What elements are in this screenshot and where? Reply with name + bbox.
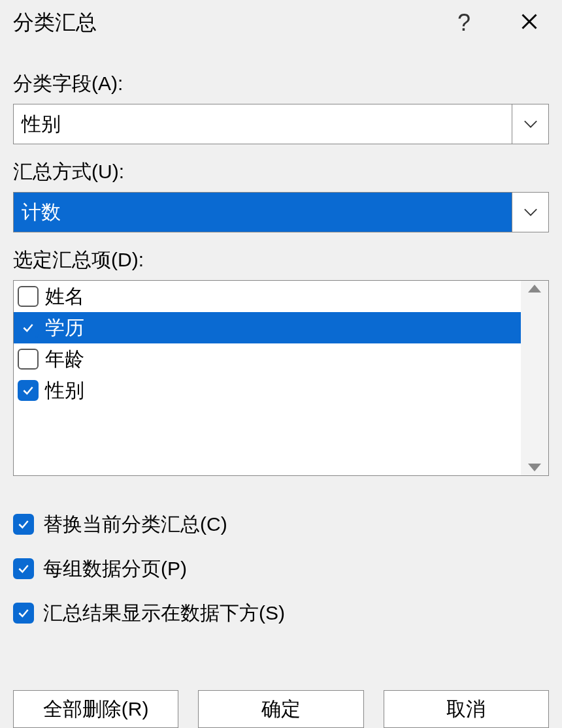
ok-button[interactable]: 确定 bbox=[198, 690, 363, 728]
scroll-up-icon[interactable] bbox=[528, 285, 541, 293]
selected-items-label: 选定汇总项(D): bbox=[13, 247, 549, 274]
combo-dropdown-arrow[interactable] bbox=[512, 193, 548, 232]
item-checkbox[interactable] bbox=[18, 286, 39, 307]
dialog-body: 分类字段(A): 性别 汇总方式(U): 计数 选定汇总项(D): 姓名学历年龄… bbox=[0, 46, 562, 677]
item-checkbox[interactable] bbox=[18, 317, 39, 338]
option-checkbox[interactable] bbox=[13, 603, 34, 624]
combo-dropdown-arrow[interactable] bbox=[512, 104, 548, 144]
item-label: 年龄 bbox=[45, 346, 84, 373]
dialog-title: 分类汇总 bbox=[13, 8, 444, 37]
dialog-footer: 全部删除(R) 确定 取消 bbox=[0, 677, 562, 728]
option-checkbox[interactable] bbox=[13, 514, 34, 535]
option-label: 汇总结果显示在数据下方(S) bbox=[43, 600, 285, 627]
summary-method-value: 计数 bbox=[14, 193, 512, 232]
summary-method-combo[interactable]: 计数 bbox=[13, 192, 549, 232]
option-row[interactable]: 汇总结果显示在数据下方(S) bbox=[13, 591, 549, 635]
option-label: 替换当前分类汇总(C) bbox=[43, 511, 227, 538]
close-button[interactable] bbox=[510, 12, 549, 33]
list-item[interactable]: 姓名 bbox=[14, 281, 521, 312]
item-label: 姓名 bbox=[45, 283, 84, 310]
subtotal-dialog: 分类汇总 ? 分类字段(A): 性别 汇总方式(U): 计数 选定汇总项(D):… bbox=[0, 0, 562, 728]
option-checkbox[interactable] bbox=[13, 558, 34, 579]
titlebar: 分类汇总 ? bbox=[0, 0, 562, 46]
listbox-scrollbar[interactable] bbox=[521, 281, 548, 475]
close-icon bbox=[520, 12, 538, 31]
option-row[interactable]: 每组数据分页(P) bbox=[13, 546, 549, 591]
list-item[interactable]: 学历 bbox=[14, 312, 521, 343]
remove-all-button[interactable]: 全部删除(R) bbox=[13, 690, 178, 728]
option-label: 每组数据分页(P) bbox=[43, 556, 187, 582]
category-field-label: 分类字段(A): bbox=[13, 71, 549, 97]
options-group: 替换当前分类汇总(C)每组数据分页(P)汇总结果显示在数据下方(S) bbox=[13, 502, 549, 635]
check-icon bbox=[17, 607, 30, 620]
items-listbox[interactable]: 姓名学历年龄性别 bbox=[13, 280, 549, 476]
check-icon bbox=[17, 518, 30, 531]
item-checkbox[interactable] bbox=[18, 380, 39, 401]
cancel-button[interactable]: 取消 bbox=[384, 690, 549, 728]
chevron-down-icon bbox=[523, 119, 538, 129]
list-item[interactable]: 性别 bbox=[14, 375, 521, 406]
help-button[interactable]: ? bbox=[444, 9, 484, 37]
scroll-down-icon[interactable] bbox=[528, 464, 541, 471]
chevron-down-icon bbox=[523, 208, 538, 217]
list-item[interactable]: 年龄 bbox=[14, 343, 521, 375]
item-label: 学历 bbox=[45, 315, 84, 341]
check-icon bbox=[22, 384, 35, 397]
item-label: 性别 bbox=[45, 377, 84, 404]
category-field-value: 性别 bbox=[14, 104, 512, 144]
option-row[interactable]: 替换当前分类汇总(C) bbox=[13, 502, 549, 546]
summary-method-label: 汇总方式(U): bbox=[13, 159, 549, 185]
check-icon bbox=[22, 321, 35, 334]
item-checkbox[interactable] bbox=[18, 349, 39, 370]
items-list: 姓名学历年龄性别 bbox=[14, 281, 521, 475]
category-field-combo[interactable]: 性别 bbox=[13, 104, 549, 144]
check-icon bbox=[17, 562, 30, 575]
